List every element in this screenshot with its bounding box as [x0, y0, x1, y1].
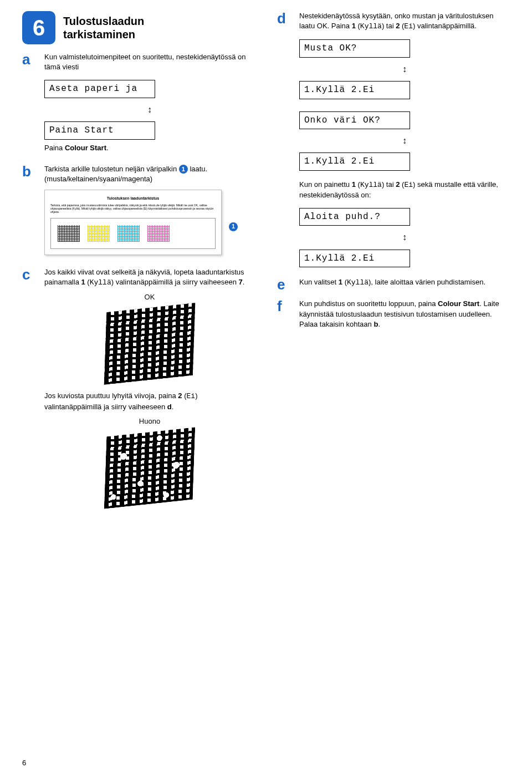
substep-f-body: Kun puhdistus on suoritettu loppuun, pai… — [299, 299, 510, 334]
page-number: 6 — [22, 759, 26, 767]
ok-label: OK — [44, 292, 255, 302]
step-number-badge: 6 — [22, 11, 55, 44]
c-t2-post: . — [172, 403, 174, 411]
d-after-text: Kun on painettu 1 (Kyllä) tai 2 (Ei) sek… — [299, 180, 510, 200]
step-title-line1: Tulostuslaadun — [63, 15, 144, 27]
nozzle-pattern-ok — [104, 303, 196, 385]
d-m1: ( — [356, 22, 360, 30]
test-sheet-body: Tarkista, että paperissa, joka mustesuut… — [50, 204, 216, 213]
c-t2-pre: Jos kuviosta puuttuu lyhyitä viivoja, pa… — [44, 391, 178, 400]
updown-icon: ↕ — [299, 135, 510, 147]
test-sheet-title: Tulostuksen laaduntarkistus — [50, 196, 216, 201]
e-post: ), laite aloittaa värien puhdistamisen. — [369, 278, 485, 286]
c-t1-b2: 7 — [238, 278, 242, 286]
substep-letter-d: d — [277, 11, 290, 26]
substep-letter-c: c — [22, 267, 35, 282]
d-a-m2: ) tai — [382, 180, 396, 189]
right-column: d Nestekidenäytössä kysytään, onko musta… — [277, 11, 510, 522]
substep-letter-a: a — [22, 52, 35, 67]
substep-f: f Kun puhdistus on suoritettu loppuun, p… — [277, 299, 510, 334]
d-a-pre: Kun on painettu — [299, 180, 352, 189]
substep-b: b Tarkista arkille tulostetun neljän vär… — [22, 164, 255, 261]
c-t2-mono1: Ei — [187, 392, 196, 400]
lcd-aseta-paperi: Aseta paperi ja — [44, 80, 155, 98]
lcd-musta-ok: Musta OK? — [299, 39, 410, 57]
lcd-onko-vari-ok: Onko väri OK? — [299, 111, 410, 129]
b-text: Tarkista arkille tulostetun neljän värip… — [44, 164, 255, 184]
substep-letter-b: b — [22, 164, 35, 179]
d-b1: 1 — [352, 22, 356, 30]
e-b1: 1 — [339, 278, 342, 286]
d-a-m1: ( — [356, 180, 360, 189]
a-paina-post: . — [106, 144, 109, 152]
c-t1-mono1: Kyllä — [90, 278, 111, 287]
callout-1-figure: 1 — [229, 222, 238, 231]
updown-icon: ↕ — [299, 231, 510, 243]
d-text: Nestekidenäytössä kysytään, onko mustan … — [299, 11, 510, 32]
d-mono1: Kyllä — [360, 22, 382, 30]
c-t1-m2: ) valintanäppäimillä ja siirry vaiheesee… — [111, 278, 239, 286]
substep-e-body: Kun valitset 1 (Kyllä), laite aloittaa v… — [299, 277, 510, 292]
a-paina-bold: Colour Start — [65, 144, 106, 152]
test-sheet-callout: 1 — [229, 221, 238, 231]
lcd-kylla-ei-3: 1.Kyllä 2.Ei — [299, 250, 410, 267]
c-t1-post: . — [243, 278, 245, 286]
c-t1-m1: ( — [85, 278, 90, 286]
b-text-pre: Tarkista arkille tulostetun neljän värip… — [44, 165, 179, 173]
c-text1: Jos kaikki viivat ovat selkeitä ja näkyv… — [44, 267, 255, 288]
substep-letter-e: e — [277, 277, 290, 292]
lcd-paina-start: Paina Start — [44, 121, 155, 139]
substep-b-body: Tarkista arkille tulostetun neljän värip… — [44, 164, 255, 261]
e-m1: ( — [342, 278, 347, 286]
huono-label: Huono — [44, 416, 255, 426]
nozzle-pattern-bad — [104, 427, 196, 509]
substep-c-body: Jos kaikki viivat ovat selkeitä ja näkyv… — [44, 267, 255, 515]
c-t2-bstep: d — [167, 403, 172, 411]
a-text: Kun valmistelutoimenpiteet on suoritettu… — [44, 52, 255, 72]
d-a-mono1: Kyllä — [360, 181, 382, 189]
c-t1-b1: 1 — [81, 278, 85, 286]
a-paina-pre: Paina — [44, 144, 65, 152]
lcd-kylla-ei-2: 1.Kyllä 2.Ei — [299, 152, 410, 170]
d-post: ) valintanäppäimillä. — [413, 22, 477, 30]
substep-e: e Kun valitset 1 (Kyllä), laite aloittaa… — [277, 277, 510, 292]
f-text: Kun puhdistus on suoritettu loppuun, pai… — [299, 299, 510, 329]
e-text: Kun valitset 1 (Kyllä), laite aloittaa v… — [299, 277, 510, 288]
c-text2: Jos kuviosta puuttuu lyhyitä viivoja, pa… — [44, 391, 255, 411]
substep-d: d Nestekidenäytössä kysytään, onko musta… — [277, 11, 510, 271]
lcd-aloita-puhd: Aloita puhd.? — [299, 208, 410, 226]
substep-d-body: Nestekidenäytössä kysytään, onko mustan … — [299, 11, 510, 271]
swatch-black — [58, 225, 80, 242]
callout-1-inline: 1 — [179, 165, 188, 174]
lcd-kylla-ei-1: 1.Kyllä 2.Ei — [299, 81, 410, 99]
page-columns: 6 Tulostuslaadun tarkistaminen a Kun val… — [22, 11, 510, 522]
c-t2-b1: 2 — [178, 391, 182, 400]
substep-a: a Kun valmistelutoimenpiteet on suoritet… — [22, 52, 255, 157]
substep-a-body: Kun valmistelutoimenpiteet on suoritettu… — [44, 52, 255, 157]
substep-c: c Jos kaikki viivat ovat selkeitä ja näk… — [22, 267, 255, 515]
a-paina-colour: Paina Colour Start. — [44, 143, 255, 153]
f-pre: Kun puhdistus on suoritettu loppuun, pai… — [299, 299, 438, 308]
test-sheet-figure: Tulostuksen laaduntarkistus Tarkista, et… — [44, 190, 222, 255]
updown-icon: ↕ — [299, 63, 510, 75]
left-column: 6 Tulostuslaadun tarkistaminen a Kun val… — [22, 11, 255, 522]
f-post: . — [378, 320, 380, 328]
d-m2: ) tai — [382, 22, 396, 30]
test-sheet-swatches — [50, 218, 216, 249]
d-mono2: Ei — [404, 22, 413, 30]
e-pre: Kun valitset — [299, 278, 339, 286]
d-a-b1: 1 — [352, 180, 356, 189]
updown-icon: ↕ — [44, 104, 255, 116]
f-bold: Colour Start — [438, 299, 479, 308]
step-header: 6 Tulostuslaadun tarkistaminen — [22, 11, 255, 44]
c-t2-m1: ( — [182, 391, 187, 400]
step-title-line2: tarkistaminen — [63, 28, 135, 40]
d-a-mono2: Ei — [404, 181, 413, 189]
swatch-yellow — [88, 225, 110, 242]
substep-letter-f: f — [277, 299, 290, 313]
swatch-cyan — [117, 225, 140, 242]
step-title: Tulostuslaadun tarkistaminen — [63, 11, 144, 41]
swatch-magenta — [147, 225, 170, 242]
e-mono1: Kyllä — [347, 278, 369, 287]
